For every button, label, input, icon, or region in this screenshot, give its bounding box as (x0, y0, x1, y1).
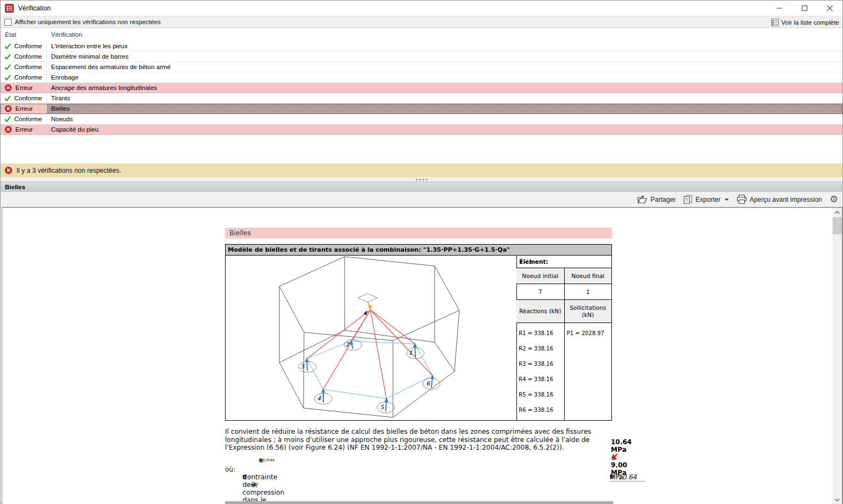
column-header-state: État (1, 31, 47, 38)
sollicitations-values: P1 = 2028.97 (564, 323, 612, 420)
chevron-up-icon (835, 211, 840, 214)
node-initial-header: Noeud initial (516, 268, 564, 284)
table-row[interactable]: Erreur Ancrage des armatures longitudina… (1, 83, 842, 93)
settings-gear-button[interactable]: ⚙ (830, 195, 838, 204)
code-reference-paragraph: Il convient de réduire la résistance de … (225, 428, 613, 452)
svg-text:6: 6 (427, 379, 431, 387)
scroll-down-button[interactable] (833, 495, 842, 504)
maximize-icon (802, 5, 807, 11)
sigma-unit: MPa (610, 473, 623, 481)
minimize-icon (777, 5, 782, 11)
tie-lines (307, 341, 432, 399)
svg-text:3: 3 (301, 362, 305, 370)
sigma-description: Contrainte de compression dans le béton. (243, 473, 284, 504)
table-row[interactable]: Conforme Noeuds (1, 114, 842, 124)
show-only-failed-checkbox[interactable] (4, 19, 12, 26)
column-outline (358, 293, 378, 302)
check-icon (4, 95, 11, 101)
table-row[interactable]: Erreur Capacité du pieu (1, 124, 842, 135)
print-preview-button[interactable]: Aperçu avant impression (737, 195, 822, 204)
verification-list: Conforme L'interaction entre les pieux C… (1, 41, 842, 135)
svg-text:1: 1 (409, 348, 413, 356)
svg-text:5: 5 (381, 403, 385, 411)
reactions-values: R1 = 338.16 R2 = 338.16 R3 = 338.16 R4 =… (516, 323, 564, 420)
element-table: Élément: 7 - 1 Noeud initial Noeud final… (516, 256, 612, 421)
close-button[interactable] (817, 1, 842, 16)
node-initial-value: 7 (516, 284, 564, 299)
error-icon (4, 126, 12, 133)
minimize-button[interactable] (767, 1, 792, 16)
app-icon (5, 4, 14, 13)
window-controls (767, 1, 842, 16)
next-section-bar (225, 501, 613, 504)
column-load-arrow (368, 302, 372, 311)
fail-cross-icon: ✘ (611, 453, 618, 462)
check-icon (4, 54, 11, 60)
vertical-scrollbar[interactable] (833, 208, 842, 504)
chevron-down-icon (724, 199, 729, 201)
chevron-down-icon (835, 499, 840, 501)
title-bar: Vérification (1, 1, 842, 16)
view-full-list-button[interactable]: Voir la liste complète (771, 16, 839, 29)
error-icon (4, 84, 12, 92)
model-combination-header: Modèle de bielles et de tirants associé … (225, 244, 612, 256)
column-header-verification: Vérification (47, 31, 82, 38)
report-panel: Bielles Modèle de bielles et de tirants … (2, 207, 842, 504)
error-icon (4, 166, 13, 174)
list-header: État Vérification (1, 28, 842, 41)
list-icon (771, 19, 779, 26)
view-full-list-label: Voir la liste complète (782, 19, 839, 26)
report-title: Bielles (225, 228, 612, 239)
table-row[interactable]: Conforme Enrobage (1, 72, 842, 83)
pile-cap-wireframe (279, 257, 459, 417)
share-icon (637, 195, 648, 204)
close-icon (827, 5, 833, 11)
summary-message: Il y a 3 vérifications non respectées. (16, 167, 121, 174)
table-row[interactable]: Conforme Diamètre minimal de barres (1, 52, 842, 62)
summary-bar: Il y a 3 vérifications non respectées. (1, 163, 842, 177)
export-icon (683, 195, 693, 204)
table-row[interactable]: Conforme Espacement des armatures de bét… (1, 62, 842, 72)
section-title: Bielles (5, 184, 25, 190)
pile-reaction-arrows (307, 343, 432, 411)
strut-tie-diagram: 1 2 3 4 5 6 (225, 256, 517, 421)
verification-window: Vérification Afficher uniquement les vér… (0, 0, 843, 504)
table-row[interactable]: Conforme L'interaction entre les pieux (1, 41, 842, 52)
show-only-failed-label: Afficher uniquement les vérifications no… (15, 19, 161, 25)
sollicitations-header: Sollicitations (kN) (564, 300, 612, 322)
export-button[interactable]: Exporter (683, 195, 728, 204)
printer-icon (737, 195, 747, 204)
check-result-row: σc ≤ σRd,max 10.64 MPa ≤ 9.00 MPa ✘ (225, 452, 612, 462)
check-icon (4, 75, 11, 81)
error-icon (4, 105, 12, 112)
pile-number-labels: 1 2 3 4 5 6 (301, 340, 431, 411)
section-header: Bielles (1, 182, 842, 192)
svg-text:2: 2 (346, 340, 350, 348)
share-button[interactable]: Partager (637, 195, 676, 204)
check-icon (4, 64, 11, 70)
table-row[interactable]: Conforme Tirants (1, 93, 842, 104)
svg-text:4: 4 (317, 394, 322, 402)
splitter-handle[interactable] (1, 177, 842, 182)
scroll-up-button[interactable] (833, 208, 842, 217)
check-icon (4, 116, 11, 122)
table-row-selected[interactable]: Erreur Bielles (1, 104, 842, 114)
report-toolbar: Partager Exporter Aperçu avant impressio… (1, 192, 842, 207)
filter-bar: Afficher uniquement les vérifications no… (1, 16, 842, 28)
node-final-header: Noeud final (564, 268, 612, 284)
scrollbar-thumb[interactable] (833, 217, 842, 234)
window-title: Vérification (18, 4, 50, 12)
node-final-value: 1 (564, 284, 612, 299)
reactions-header: Réactions (kN) (516, 300, 564, 322)
check-icon (4, 43, 11, 49)
maximize-button[interactable] (792, 1, 817, 16)
element-value: 7 - 1 (519, 258, 532, 265)
where-label: où: (225, 466, 235, 473)
